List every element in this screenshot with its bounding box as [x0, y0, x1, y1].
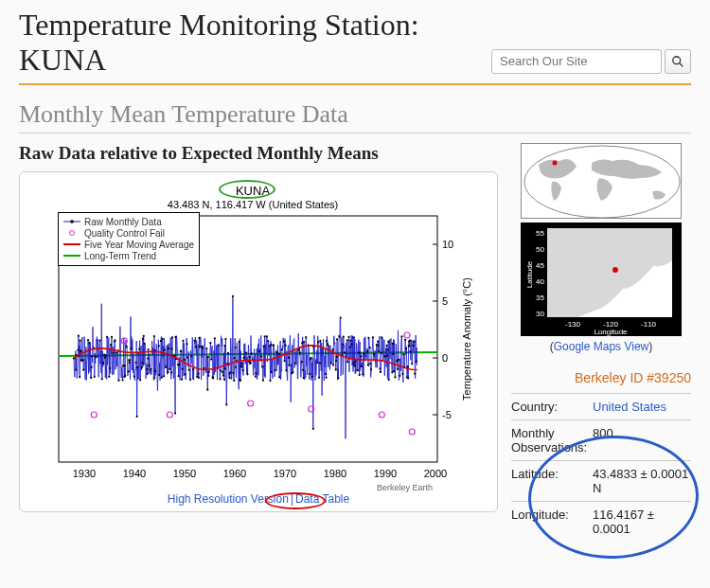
svg-point-313	[407, 377, 409, 379]
svg-point-82	[147, 357, 149, 359]
svg-point-334	[70, 231, 75, 236]
svg-point-333	[70, 220, 74, 223]
country-link[interactable]: United States	[593, 400, 691, 414]
svg-point-280	[373, 352, 375, 354]
svg-point-71	[136, 365, 138, 367]
svg-point-26	[80, 339, 81, 341]
svg-point-326	[167, 412, 172, 418]
svg-point-157	[227, 351, 229, 353]
svg-point-107	[174, 335, 176, 337]
svg-point-238	[325, 376, 327, 378]
svg-point-249	[338, 335, 340, 337]
svg-point-172	[240, 365, 242, 367]
svg-point-171	[240, 379, 241, 381]
svg-point-331	[409, 429, 415, 435]
berkeley-id: Berkeley ID #39250	[511, 370, 691, 385]
svg-point-87	[153, 377, 155, 379]
svg-point-155	[225, 403, 227, 405]
svg-point-246	[336, 355, 338, 357]
search-button[interactable]	[665, 49, 691, 74]
svg-point-140	[208, 370, 210, 372]
svg-point-286	[379, 367, 381, 369]
svg-point-153	[224, 367, 226, 369]
svg-point-81	[147, 372, 149, 374]
svg-point-226	[309, 372, 311, 374]
svg-point-253	[343, 335, 345, 337]
world-map-station-dot	[553, 160, 558, 165]
svg-point-165	[234, 357, 236, 359]
info-row-longitude: Longitude: 116.4167 ± 0.0001	[511, 501, 691, 542]
svg-point-97	[165, 365, 167, 367]
data-table-link[interactable]: Data Table	[295, 492, 349, 506]
svg-point-285	[378, 349, 380, 351]
svg-point-189	[260, 355, 262, 357]
svg-point-57	[121, 379, 123, 381]
svg-point-53	[114, 339, 115, 341]
svg-point-209	[284, 344, 286, 346]
svg-point-321	[413, 341, 415, 343]
svg-point-69	[135, 361, 137, 363]
svg-text:1960: 1960	[223, 468, 246, 479]
svg-point-299	[393, 370, 395, 372]
info-row-country: Country: United States	[511, 393, 691, 419]
svg-point-154	[224, 338, 226, 340]
svg-point-124	[192, 368, 194, 370]
svg-point-175	[242, 356, 244, 358]
svg-point-210	[285, 369, 287, 371]
svg-point-294	[387, 340, 389, 342]
high-res-link[interactable]: High Resolution Version	[168, 492, 289, 506]
svg-point-201	[273, 344, 275, 346]
svg-point-310	[405, 347, 407, 348]
svg-point-259	[349, 339, 351, 341]
svg-point-164	[233, 379, 235, 381]
svg-point-255	[346, 339, 348, 341]
svg-point-117	[184, 358, 186, 360]
svg-point-166	[234, 346, 236, 347]
search-input[interactable]	[491, 49, 662, 74]
svg-point-179	[249, 355, 251, 357]
svg-point-133	[202, 347, 204, 348]
svg-point-191	[262, 379, 264, 381]
svg-point-160	[229, 377, 231, 379]
chart-yticks: 10 5 0 -5	[433, 239, 453, 420]
svg-point-301	[396, 360, 398, 362]
svg-point-206	[281, 348, 283, 350]
svg-point-212	[288, 364, 290, 365]
svg-point-270	[362, 373, 364, 375]
svg-point-47	[108, 375, 110, 377]
svg-point-139	[207, 374, 209, 376]
svg-point-250	[340, 316, 342, 318]
svg-point-141	[209, 342, 211, 344]
svg-point-229	[311, 375, 313, 377]
google-maps-view-link[interactable]: Google Maps View	[554, 340, 649, 353]
svg-point-86	[153, 335, 155, 337]
svg-point-128	[197, 372, 199, 374]
svg-point-44	[104, 356, 106, 358]
svg-point-297	[392, 342, 394, 344]
svg-point-70	[136, 415, 138, 417]
svg-point-67	[130, 347, 132, 349]
svg-point-273	[366, 350, 368, 352]
svg-point-203	[275, 351, 277, 353]
svg-text:40: 40	[536, 277, 544, 286]
svg-point-211	[288, 356, 290, 358]
station-info-table: Berkeley ID #39250 Country: United State…	[511, 370, 691, 542]
svg-point-288	[381, 351, 382, 353]
svg-point-40	[98, 339, 100, 341]
svg-point-50	[111, 335, 113, 337]
svg-point-244	[335, 368, 337, 370]
svg-point-181	[249, 362, 251, 364]
svg-point-322	[414, 372, 416, 374]
svg-point-330	[404, 332, 410, 338]
svg-point-36	[91, 355, 93, 357]
svg-point-275	[367, 336, 369, 338]
svg-point-263	[353, 365, 355, 366]
svg-point-265	[357, 369, 359, 371]
svg-point-68	[133, 375, 135, 377]
svg-point-123	[190, 355, 192, 357]
svg-point-268	[360, 355, 362, 357]
page-title: Temperature Monitoring Station: KUNA	[19, 8, 419, 78]
svg-point-27	[80, 349, 81, 351]
svg-point-25	[79, 376, 80, 378]
svg-point-65	[129, 361, 131, 363]
